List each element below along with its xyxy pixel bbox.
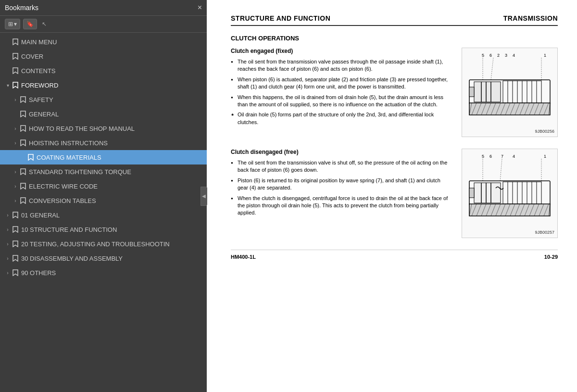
page-header: STRUCTURE AND FUNCTION TRANSMISSION bbox=[231, 14, 558, 26]
bookmark-item-conversion[interactable]: ›CONVERSION TABLES bbox=[0, 193, 207, 208]
chevron-icon: › bbox=[12, 97, 19, 102]
expand-collapse-button[interactable]: ⊞ ▾ bbox=[5, 19, 20, 29]
svg-text:3: 3 bbox=[505, 53, 507, 58]
bookmark-icon: 🔖 bbox=[26, 21, 34, 27]
bookmark-item-30-disassembly[interactable]: ›30 DISASSEMBLY AND ASSEMBLY bbox=[0, 251, 207, 266]
list-item: When the clutch is disengaged, centrifug… bbox=[231, 195, 452, 217]
chevron-icon: › bbox=[12, 198, 19, 203]
svg-rect-19 bbox=[469, 87, 474, 97]
clutch-engaged-bullets: The oil sent from the transmission valve… bbox=[231, 58, 452, 126]
bookmarks-panel: Bookmarks × ⊞ ▾ 🔖 ↖ MAIN MENUCOVERCONTEN… bbox=[0, 0, 207, 392]
svg-text:6: 6 bbox=[489, 154, 492, 159]
bookmark-add-button[interactable]: 🔖 bbox=[23, 19, 37, 29]
footer-right: 10-29 bbox=[544, 254, 558, 260]
clutch-disengaged-heading: Clutch disengaged (free) bbox=[231, 149, 452, 155]
chevron-icon: › bbox=[12, 184, 19, 189]
bookmark-label: 20 TESTING, ADJUSTING AND TROUBLESHOOTIN bbox=[21, 240, 203, 248]
bookmark-label: GENERAL bbox=[29, 111, 203, 118]
bookmark-label: 01 GENERAL bbox=[21, 212, 203, 219]
list-item: Oil drain hole (5) forms part of the str… bbox=[231, 111, 452, 126]
bookmarks-toolbar: ⊞ ▾ 🔖 ↖ bbox=[0, 16, 207, 33]
main-title: CLUTCH OPERATIONS bbox=[231, 35, 558, 42]
clutch-engaged-diagram: 1 4 3 2 6 5 bbox=[462, 48, 558, 137]
bookmark-icon bbox=[12, 226, 19, 233]
clutch-disengaged-section: Clutch disengaged (free) The oil sent fr… bbox=[231, 149, 558, 238]
panel-collapse-button[interactable]: ◀ bbox=[201, 187, 207, 206]
bookmark-icon bbox=[12, 53, 19, 60]
bookmark-list: MAIN MENUCOVERCONTENTS▾FOREWORD›SAFETYGE… bbox=[0, 33, 207, 392]
bookmark-label: 30 DISASSEMBLY AND ASSEMBLY bbox=[21, 255, 203, 262]
cursor-indicator: ↖ bbox=[42, 21, 47, 27]
bookmark-icon bbox=[12, 67, 19, 74]
bookmark-label: 10 STRUCTURE AND FUNCTION bbox=[21, 226, 203, 233]
svg-text:1: 1 bbox=[544, 154, 546, 159]
chevron-icon: › bbox=[12, 140, 19, 146]
chevron-icon: › bbox=[4, 227, 12, 232]
svg-line-81 bbox=[500, 159, 502, 182]
bookmark-icon bbox=[19, 125, 27, 132]
bookmark-item-coating[interactable]: COATING MATERIALS bbox=[0, 150, 207, 164]
bookmark-label: MAIN MENU bbox=[21, 38, 203, 46]
bookmarks-header: Bookmarks × bbox=[0, 0, 207, 16]
chevron-icon: › bbox=[4, 241, 12, 247]
bookmark-label: HOISTING INSTRUCTIONS bbox=[29, 139, 203, 147]
bookmark-item-contents[interactable]: CONTENTS bbox=[0, 63, 207, 78]
svg-line-40 bbox=[491, 58, 493, 80]
clutch-engaged-heading: Clutch engaged (fixed) bbox=[231, 48, 452, 54]
list-item: The oil sent from the transmission valve… bbox=[231, 58, 452, 73]
page-footer: HM400-1L 10-29 bbox=[231, 250, 558, 260]
bookmark-item-20-testing[interactable]: ›20 TESTING, ADJUSTING AND TROUBLESHOOTI… bbox=[0, 237, 207, 251]
dropdown-arrow-icon: ▾ bbox=[14, 21, 17, 27]
close-button[interactable]: × bbox=[198, 4, 202, 12]
section-right-title: TRANSMISSION bbox=[503, 14, 558, 22]
bookmark-item-cover[interactable]: COVER bbox=[0, 49, 207, 63]
bookmark-item-90-others[interactable]: ›90 OTHERS bbox=[0, 266, 207, 280]
bookmarks-title: Bookmarks bbox=[5, 4, 38, 12]
list-item: The oil sent from the transmission valve… bbox=[231, 159, 452, 174]
svg-rect-60 bbox=[469, 188, 474, 198]
bookmark-icon bbox=[12, 82, 19, 89]
bookmark-label: FOREWORD bbox=[21, 82, 203, 89]
chevron-icon: › bbox=[12, 169, 19, 175]
svg-text:2: 2 bbox=[497, 53, 500, 58]
bookmark-label: HOW TO READ THE SHOP MANUAL bbox=[29, 125, 203, 132]
bookmark-icon bbox=[12, 269, 19, 276]
bookmark-icon bbox=[19, 96, 27, 103]
svg-text:1: 1 bbox=[544, 53, 546, 58]
clutch-engaged-section: Clutch engaged (fixed) The oil sent from… bbox=[231, 48, 558, 137]
bookmark-label: COVER bbox=[21, 53, 203, 60]
chevron-icon: › bbox=[4, 213, 12, 218]
bookmark-label: COATING MATERIALS bbox=[37, 154, 203, 161]
svg-text:6: 6 bbox=[489, 53, 492, 58]
content-panel: STRUCTURE AND FUNCTION TRANSMISSION CLUT… bbox=[207, 0, 577, 392]
bookmark-icon bbox=[12, 255, 19, 262]
bookmark-item-std-torque[interactable]: ›STANDARD TIGHTENING TORQUE bbox=[0, 164, 207, 179]
bookmark-icon bbox=[12, 240, 19, 247]
svg-rect-15 bbox=[474, 82, 501, 102]
bookmark-label: CONTENTS bbox=[21, 67, 203, 75]
section-left-title: STRUCTURE AND FUNCTION bbox=[231, 14, 330, 22]
bookmark-item-10-structure[interactable]: ›10 STRUCTURE AND FUNCTION bbox=[0, 222, 207, 237]
bookmark-icon bbox=[12, 212, 19, 218]
svg-text:4: 4 bbox=[513, 154, 515, 159]
bookmark-label: CONVERSION TABLES bbox=[29, 197, 203, 204]
bookmark-item-foreword[interactable]: ▾FOREWORD bbox=[0, 78, 207, 92]
bookmark-item-main-menu[interactable]: MAIN MENU bbox=[0, 35, 207, 49]
list-item: When this happens, the oil is drained fr… bbox=[231, 94, 452, 109]
bookmark-item-general[interactable]: GENERAL bbox=[0, 107, 207, 121]
bookmark-item-hoisting[interactable]: ›HOISTING INSTRUCTIONS bbox=[0, 136, 207, 150]
list-item: When piston (6) is actuated, separator p… bbox=[231, 76, 452, 91]
chevron-icon: ▾ bbox=[4, 83, 12, 88]
svg-rect-56 bbox=[474, 183, 501, 203]
clutch-engaged-svg: 1 4 3 2 6 5 bbox=[464, 51, 555, 128]
bookmark-icon bbox=[19, 183, 27, 190]
svg-text:5: 5 bbox=[482, 154, 484, 159]
svg-rect-20 bbox=[469, 103, 550, 115]
diagram1-caption: 9JB00256 bbox=[465, 129, 554, 134]
list-item: Piston (6) is returned to its original p… bbox=[231, 177, 452, 192]
bookmark-item-electric-wire[interactable]: ›ELECTRIC WIRE CODE bbox=[0, 179, 207, 193]
bookmark-icon bbox=[19, 168, 27, 175]
bookmark-item-safety[interactable]: ›SAFETY bbox=[0, 92, 207, 107]
bookmark-item-01-general[interactable]: ›01 GENERAL bbox=[0, 208, 207, 222]
bookmark-item-how-to-read[interactable]: ›HOW TO READ THE SHOP MANUAL bbox=[0, 121, 207, 136]
